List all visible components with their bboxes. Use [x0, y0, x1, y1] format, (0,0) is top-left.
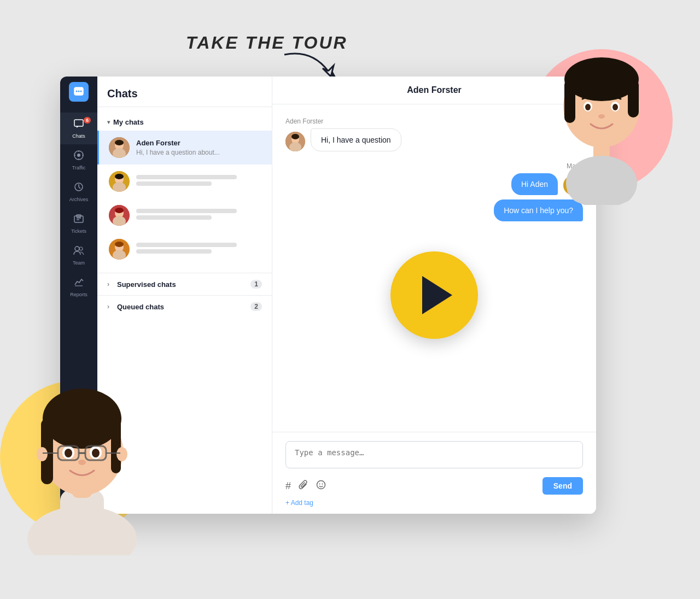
input-tools: #: [285, 480, 326, 492]
my-chats-label: My chats: [113, 118, 144, 126]
svg-point-50: [79, 247, 83, 250]
queued-chevron-icon: ›: [107, 303, 109, 310]
my-chats-toggle[interactable]: ▾ My chats: [97, 114, 272, 131]
svg-point-78: [317, 480, 325, 489]
message-bubble-outgoing-2: How can I help you?: [494, 199, 583, 221]
sidebar-label-archives: Archives: [69, 197, 89, 202]
reports-icon: [73, 277, 84, 290]
svg-point-37: [77, 154, 80, 157]
chat-list-item-3[interactable]: [97, 198, 272, 232]
chat-input-area: # Send: [272, 432, 596, 514]
emoji-tool-icon[interactable]: [316, 480, 326, 492]
chats-icon: [73, 118, 84, 132]
chat-avatar-4: [109, 239, 130, 260]
sidebar-label-reports: Reports: [70, 292, 88, 297]
svg-rect-12: [60, 490, 104, 555]
chat-info-2: [136, 175, 262, 188]
placeholder-line-4b: [136, 249, 212, 254]
placeholder-line-3b: [136, 215, 212, 220]
svg-point-1: [564, 57, 639, 101]
svg-point-57: [115, 140, 124, 145]
sidebar-label-chats: Chats: [72, 133, 85, 139]
chat-info-3: [136, 209, 262, 222]
svg-point-33: [78, 91, 80, 92]
my-chats-section: ▾ My chats Aden Forster Hi, I have a que…: [97, 107, 272, 273]
svg-point-21: [65, 449, 72, 457]
chat-info-1: Aden Forster Hi, I have a question about…: [136, 139, 262, 156]
svg-point-18: [37, 447, 48, 461]
hashtag-tool-icon[interactable]: #: [285, 480, 291, 492]
send-button[interactable]: Send: [542, 477, 583, 495]
supervised-chats-section[interactable]: › Supervised chats 1: [97, 273, 272, 295]
svg-point-10: [566, 156, 637, 205]
sidebar-item-team[interactable]: Team: [60, 239, 97, 271]
message-group-outgoing: Marie Hi Aden How can I help you?: [285, 162, 583, 221]
svg-rect-35: [74, 120, 83, 126]
chat-list-item-1[interactable]: Aden Forster Hi, I have a question about…: [97, 131, 272, 165]
person-right-avatar: [536, 55, 667, 208]
chats-badge: 6: [84, 117, 91, 124]
supervised-chats-count: 1: [250, 280, 262, 289]
message-row-outgoing-2: How can I help you?: [494, 199, 583, 221]
chat-avatar-3: [109, 205, 130, 226]
sidebar-label-traffic: Traffic: [72, 165, 86, 171]
queued-chats-label: Queued chats: [117, 303, 164, 311]
queued-chats-count: 2: [250, 302, 262, 311]
svg-point-29: [78, 460, 86, 465]
supervised-chats-label: Supervised chats: [117, 280, 176, 289]
aden-message-avatar: [285, 132, 305, 151]
person-left-avatar: [11, 369, 153, 555]
svg-point-19: [116, 447, 127, 461]
chat-list-item-2[interactable]: [97, 165, 272, 198]
sidebar-item-traffic[interactable]: Traffic: [60, 144, 97, 176]
archives-icon: [73, 181, 84, 195]
message-bubble-incoming: Hi, I have a question: [311, 128, 401, 151]
play-triangle-icon: [422, 276, 452, 314]
play-video-button[interactable]: [390, 251, 478, 339]
chats-panel-header: Chats: [97, 77, 272, 107]
sidebar-label-tickets: Tickets: [71, 228, 86, 234]
chat-list-item-4[interactable]: [97, 232, 272, 266]
sidebar-item-archives[interactable]: Archives: [60, 176, 97, 208]
svg-point-69: [115, 242, 124, 247]
svg-point-7: [612, 104, 618, 110]
chat-preview-1: Hi, I have a question about...: [136, 149, 262, 156]
svg-point-32: [76, 91, 78, 92]
svg-point-65: [115, 208, 124, 213]
svg-point-34: [80, 91, 82, 92]
svg-point-79: [319, 483, 320, 484]
chat-info-4: [136, 243, 262, 256]
supervised-chevron-icon: ›: [107, 280, 109, 288]
svg-point-80: [322, 483, 323, 484]
logo-button[interactable]: [69, 82, 89, 102]
placeholder-line-2b: [136, 181, 212, 186]
placeholder-line-3a: [136, 209, 237, 213]
sidebar-item-tickets[interactable]: Tickets: [60, 208, 97, 239]
message-input[interactable]: [285, 441, 583, 468]
my-chats-chevron-icon: ▾: [107, 119, 110, 125]
sidebar-label-team: Team: [73, 260, 85, 266]
sidebar-item-chats[interactable]: 6 Chats: [60, 113, 97, 144]
input-toolbar: # Send: [285, 477, 583, 495]
svg-point-15: [43, 389, 121, 449]
attachment-tool-icon[interactable]: [299, 480, 308, 492]
svg-rect-3: [628, 79, 639, 118]
svg-rect-2: [564, 79, 575, 123]
sidebar-item-reports[interactable]: Reports: [60, 271, 97, 303]
add-tag-button[interactable]: + Add tag: [285, 499, 313, 507]
svg-rect-17: [111, 419, 121, 473]
chat-avatar-1: [109, 137, 130, 158]
svg-point-49: [75, 246, 79, 251]
chat-avatar-2: [109, 171, 130, 192]
svg-point-8: [598, 114, 605, 119]
tickets-icon: [73, 213, 84, 227]
svg-point-73: [291, 134, 299, 139]
svg-point-5: [585, 104, 591, 110]
chat-name-1: Aden Forster: [136, 139, 262, 147]
svg-point-61: [115, 174, 124, 179]
placeholder-line-4a: [136, 243, 237, 247]
team-icon: [73, 245, 85, 259]
traffic-icon: [73, 150, 84, 163]
placeholder-line-2a: [136, 175, 237, 179]
queued-chats-section[interactable]: › Queued chats 2: [97, 295, 272, 318]
